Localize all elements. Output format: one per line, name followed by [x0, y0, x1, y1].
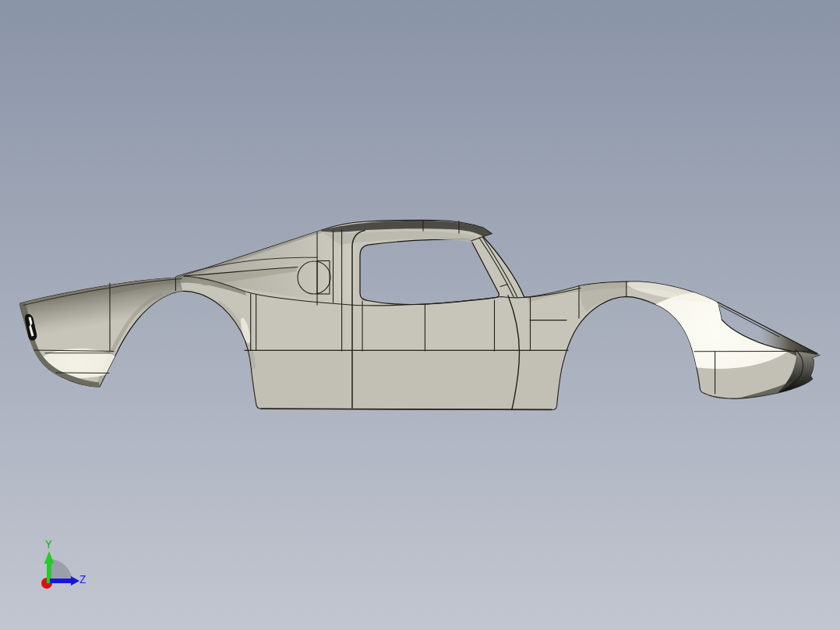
svg-text:Z: Z	[79, 574, 86, 586]
svg-text:Y: Y	[45, 539, 52, 551]
